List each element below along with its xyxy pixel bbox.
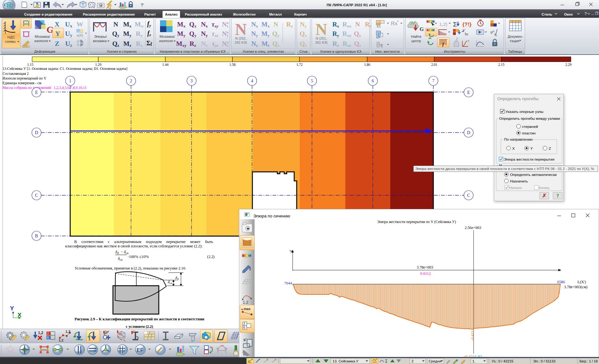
svg-text:Средни: Средни — [429, 359, 441, 363]
svg-text:1.29: 1.29 — [95, 63, 101, 66]
svg-text:Rz: Rz — [136, 40, 143, 48]
svg-text:1.2: 1.2 — [243, 300, 248, 305]
svg-text:Ux: Ux — [65, 20, 72, 28]
svg-text:fz: fz — [147, 30, 151, 37]
svg-text:N: N — [355, 21, 360, 28]
svg-text:Найти: Найти — [411, 35, 421, 38]
svg-text:Uy: Uy — [65, 30, 72, 38]
svg-text:4: 4 — [251, 79, 253, 83]
svg-text:1.15: 1.15 — [27, 63, 33, 66]
svg-text:Qz: Qz — [354, 40, 361, 48]
svg-text:НДС: НДС — [7, 35, 15, 39]
svg-text:G: G — [420, 26, 424, 32]
svg-text:Эпюры/: Эпюры/ — [94, 35, 107, 38]
svg-text:Nz: Nz — [251, 40, 258, 48]
svg-text:Qy: Qy — [354, 30, 361, 38]
svg-text:7044: 7044 — [284, 281, 292, 285]
svg-text:Mx: Mx — [261, 21, 270, 28]
svg-text:2: 2 — [47, 332, 49, 335]
svg-text:Ry: Ry — [332, 30, 339, 38]
svg-text:a(X): a(X) — [77, 33, 83, 37]
svg-text:Qy: Qy — [112, 30, 119, 38]
svg-text:ПК ЛИРА-САПР 2022 R1 x64 - [1: ПК ЛИРА-САПР 2022 R1 x64 - [1.lir] — [327, 3, 387, 7]
svg-text:Докумен-: Докумен- — [508, 35, 523, 38]
svg-text:N: N — [235, 21, 247, 38]
svg-text:Ny: Ny — [251, 30, 258, 38]
svg-text:Mx: Mx — [177, 21, 186, 28]
svg-text:My: My — [261, 30, 270, 38]
svg-text:Rz: Rz — [365, 21, 372, 28]
svg-text:Уз.: 0 / 42215: Уз.: 0 / 42215 — [492, 359, 513, 363]
svg-text:классифицировано как жесткое в: классифицировано как жесткое в своей пло… — [65, 244, 202, 248]
svg-text:Qx: Qx — [300, 30, 307, 38]
svg-text:C: C — [35, 193, 38, 198]
svg-text:N: N — [315, 21, 327, 38]
svg-text:Qy: Qy — [189, 30, 197, 38]
svg-text:Naz: Naz — [222, 40, 228, 48]
svg-text:Rz: Rz — [190, 40, 196, 48]
svg-text:2.01: 2.01 — [431, 63, 437, 66]
svg-text:Qz: Qz — [272, 40, 279, 48]
svg-text:2.29: 2.29 — [565, 63, 572, 66]
svg-text:1.2: 1.2 — [66, 330, 70, 333]
svg-text:Nay: Nay — [222, 30, 228, 38]
svg-text:C: C — [467, 193, 470, 198]
svg-text:Рисунок 2.9 – К классификации: Рисунок 2.9 – К классификации перекрытий… — [75, 317, 204, 321]
svg-text:1.44: 1.44 — [162, 63, 168, 66]
svg-text:с условием (2.2): с условием (2.2) — [126, 324, 153, 329]
svg-text:5: 5 — [311, 79, 313, 83]
svg-text:N (252,: N (252, — [235, 36, 246, 40]
svg-text:Σ: Σ — [453, 21, 457, 28]
svg-text:τxy: τxy — [212, 21, 218, 28]
svg-text:D: D — [35, 130, 38, 135]
svg-text:3.78e+003: 3.78e+003 — [416, 265, 433, 269]
svg-text:{?!}: {?!} — [462, 22, 472, 27]
svg-text:6586: 6586 — [557, 280, 565, 284]
svg-text:Mxy: Mxy — [176, 40, 187, 48]
svg-text:Qy: Qy — [272, 30, 280, 38]
svg-text:Z: Z — [55, 40, 60, 47]
svg-text:B: B — [35, 234, 38, 238]
svg-text:-0.423: -0.423 — [470, 331, 475, 341]
svg-text:1.58: 1.58 — [229, 63, 236, 66]
svg-text:1.: 1. — [472, 359, 475, 363]
svg-text:E: E — [467, 90, 470, 95]
svg-text:Rux: Rux — [343, 21, 352, 28]
svg-text:My: My — [123, 30, 132, 38]
svg-text:Эл.: 0 / 51133: Эл.: 0 / 51133 — [533, 359, 555, 363]
svg-text:?: ? — [584, 11, 587, 16]
svg-text:1.72: 1.72 — [296, 63, 303, 66]
svg-text:1: 1 — [249, 265, 251, 271]
svg-text:центр: центр — [412, 39, 421, 43]
svg-text:Мозаика/: Мозаика/ — [35, 35, 51, 38]
svg-text:тация: тация — [510, 39, 519, 43]
svg-text:E: E — [35, 90, 38, 95]
svg-text:hs: hs — [465, 32, 468, 36]
svg-text:Загр.: 1 / 18: Загр.: 1 / 18 — [579, 359, 598, 363]
svg-text:2: 2 — [243, 322, 245, 326]
svg-text:13.Сейсмика У [1. Основная зад: 13.Сейсмика У [1. Основная задача: С1. О… — [2, 66, 127, 71]
svg-text:3: 3 — [191, 79, 193, 83]
svg-text:1: 1 — [69, 79, 71, 83]
svg-text:N (251,: N (251, — [316, 36, 327, 40]
svg-text:2.56e+003: 2.56e+003 — [465, 226, 481, 230]
svg-text:Rz: Rz — [286, 21, 293, 28]
svg-text:Σf̄: Σf̄ — [146, 40, 152, 47]
svg-text:X: X — [17, 312, 22, 318]
svg-text:δск: δск — [118, 256, 123, 261]
svg-text:N: N — [273, 21, 278, 28]
svg-text:Ruz: Ruz — [343, 40, 351, 48]
svg-text:τxz: τxz — [212, 30, 219, 38]
svg-text:Ry: Ry — [136, 30, 143, 38]
svg-text:схемы: схемы — [5, 40, 16, 43]
svg-text:Составляющая 2: Составляющая 2 — [2, 71, 29, 76]
svg-text:W: W — [76, 20, 83, 28]
svg-text:+: + — [397, 19, 399, 23]
svg-text:Nz: Nz — [201, 40, 208, 48]
svg-text:изополя: изополя — [159, 39, 173, 43]
svg-text:Uz: Uz — [65, 40, 72, 48]
svg-text:Эпюра по сечению: Эпюра по сечению — [253, 214, 290, 218]
svg-text:δfl: δfl — [175, 275, 179, 281]
svg-text:Nx: Nx — [201, 21, 208, 28]
svg-text:Rz: Rz — [333, 40, 339, 48]
